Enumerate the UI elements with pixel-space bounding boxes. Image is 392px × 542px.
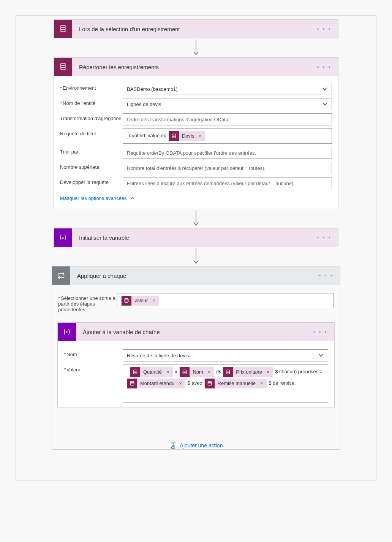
aggr-label: Transformation d'agrégation bbox=[60, 113, 123, 121]
svg-rect-16 bbox=[171, 447, 174, 448]
top-label: Nombre supérieur bbox=[60, 162, 123, 170]
chevron-down-icon bbox=[322, 101, 328, 107]
svg-point-9 bbox=[133, 370, 137, 371]
entity-select[interactable]: Lignes de devis bbox=[123, 98, 332, 110]
svg-point-11 bbox=[226, 370, 230, 371]
database-icon bbox=[130, 367, 140, 377]
svg-point-2 bbox=[60, 63, 66, 66]
filter-input[interactable]: _quoteid_value eq Devis × bbox=[123, 128, 332, 144]
list-header[interactable]: Répertorier les enregistrements · · · bbox=[54, 58, 338, 76]
initvar-card[interactable]: x Initialiser la variable · · · bbox=[54, 228, 338, 247]
svg-point-12 bbox=[130, 381, 134, 383]
svg-point-3 bbox=[172, 134, 175, 135]
add-action-button[interactable]: Ajouter une action bbox=[169, 442, 223, 449]
database-icon bbox=[180, 367, 190, 377]
trigger-title: Lors de la sélection d'un enregistrement bbox=[72, 26, 317, 32]
token-remove[interactable]: × bbox=[259, 378, 266, 389]
hide-advanced-link[interactable]: Masquer les options avancées bbox=[60, 192, 135, 205]
foreach-select-label: *Sélectionner une sortie à partir des ét… bbox=[58, 293, 117, 312]
chevron-down-icon bbox=[318, 352, 324, 358]
foreach-header[interactable]: Appliquer à chaque · · · bbox=[52, 266, 340, 285]
card-menu-button[interactable]: · · · bbox=[313, 328, 334, 336]
top-input[interactable]: Nombre total d'entrées à récupérer (vale… bbox=[123, 162, 332, 174]
expand-input[interactable]: Entrées liées à inclure aux entrées dema… bbox=[123, 177, 332, 189]
chevron-up-icon bbox=[130, 196, 135, 201]
flow-canvas: Lors de la sélection d'un enregistrement… bbox=[16, 15, 376, 480]
append-name-select[interactable]: Résumé de la ligne de devis bbox=[123, 349, 328, 361]
add-action-icon bbox=[169, 442, 177, 449]
append-value-input[interactable]: - Quantité× x Nom× ($ Prix unitaire× $ c… bbox=[123, 365, 328, 403]
filter-label: Requête de filtre bbox=[60, 128, 123, 136]
svg-text:x: x bbox=[62, 236, 64, 240]
list-body: *Environnement BASDemo (basdemo1) *Nom d… bbox=[54, 76, 338, 209]
chevron-down-icon bbox=[322, 86, 328, 92]
aggr-input[interactable]: Ordre des transformations d'agrégation O… bbox=[123, 113, 332, 125]
card-menu-button[interactable]: · · · bbox=[317, 25, 338, 33]
database-icon bbox=[54, 58, 72, 76]
trigger-card[interactable]: Lors de la sélection d'un enregistrement… bbox=[54, 19, 338, 38]
svg-point-7 bbox=[125, 298, 128, 300]
list-title: Répertorier les enregistrements bbox=[72, 64, 317, 70]
append-title: Ajouter à la variable de chaîne bbox=[76, 329, 313, 335]
token-remove[interactable]: × bbox=[197, 131, 205, 141]
token-remove[interactable]: × bbox=[165, 367, 172, 377]
variable-icon: x bbox=[58, 323, 76, 341]
token-remove[interactable]: × bbox=[151, 295, 158, 306]
loop-icon bbox=[52, 266, 70, 285]
env-label: *Environnement bbox=[60, 83, 123, 91]
token-devis[interactable]: Devis × bbox=[169, 131, 205, 141]
sort-label: Trier par bbox=[60, 147, 123, 155]
append-name-label: *Nom bbox=[64, 349, 123, 357]
trigger-header[interactable]: Lors de la sélection d'un enregistrement… bbox=[54, 20, 338, 38]
foreach-title: Appliquer à chaque bbox=[70, 273, 319, 279]
foreach-select-input[interactable]: valeur × bbox=[117, 293, 334, 308]
svg-text:x: x bbox=[65, 330, 68, 334]
expand-label: Développer la requête bbox=[60, 177, 123, 185]
database-icon bbox=[122, 296, 131, 306]
token-remove[interactable]: × bbox=[177, 378, 185, 389]
sort-input[interactable]: Requête orderBy ODATA pour spécifier l'o… bbox=[123, 147, 332, 159]
svg-point-0 bbox=[60, 25, 66, 28]
card-menu-button[interactable]: · · · bbox=[317, 233, 338, 242]
entity-label: *Nom de l'entité bbox=[60, 98, 123, 106]
variable-icon: x bbox=[54, 228, 72, 247]
card-menu-button[interactable]: · · · bbox=[317, 63, 338, 71]
token-quantite[interactable]: Quantité× bbox=[130, 367, 173, 377]
initvar-header[interactable]: x Initialiser la variable · · · bbox=[54, 228, 338, 247]
initvar-title: Initialiser la variable bbox=[72, 235, 317, 241]
env-select[interactable]: BASDemo (basdemo1) bbox=[123, 83, 332, 95]
database-icon bbox=[127, 379, 137, 388]
token-valeur[interactable]: valeur × bbox=[121, 296, 159, 306]
connector-arrow bbox=[54, 38, 338, 57]
database-icon bbox=[205, 379, 215, 388]
database-icon bbox=[223, 367, 233, 377]
database-icon bbox=[169, 131, 179, 141]
list-card[interactable]: Répertorier les enregistrements · · · *E… bbox=[54, 57, 338, 209]
token-prix-unitaire[interactable]: Prix unitaire× bbox=[223, 367, 273, 377]
database-icon bbox=[54, 20, 72, 38]
connector-arrow bbox=[54, 209, 338, 228]
token-remove[interactable]: × bbox=[206, 367, 214, 377]
connector-arrow bbox=[54, 247, 338, 266]
svg-point-10 bbox=[183, 370, 187, 371]
append-header[interactable]: x Ajouter à la variable de chaîne · · · bbox=[58, 323, 334, 341]
token-remove[interactable]: × bbox=[265, 367, 273, 377]
append-value-label: *Valeur bbox=[64, 365, 123, 372]
card-menu-button[interactable]: · · · bbox=[319, 271, 340, 280]
token-montant-etendu[interactable]: Montant étendu× bbox=[127, 379, 185, 388]
token-remise-manuelle[interactable]: Remise manuelle× bbox=[204, 379, 267, 388]
add-action-row: Ajouter une action bbox=[52, 442, 340, 449]
token-nom[interactable]: Nom× bbox=[179, 367, 214, 377]
foreach-body: *Sélectionner une sortie à partir des ét… bbox=[52, 285, 340, 317]
append-body: *Nom Résumé de la ligne de devis *Valeur… bbox=[58, 341, 334, 407]
append-card[interactable]: x Ajouter à la variable de chaîne · · · … bbox=[57, 322, 335, 407]
foreach-card[interactable]: Appliquer à chaque · · · *Sélectionner u… bbox=[52, 266, 340, 450]
svg-point-13 bbox=[208, 381, 211, 383]
